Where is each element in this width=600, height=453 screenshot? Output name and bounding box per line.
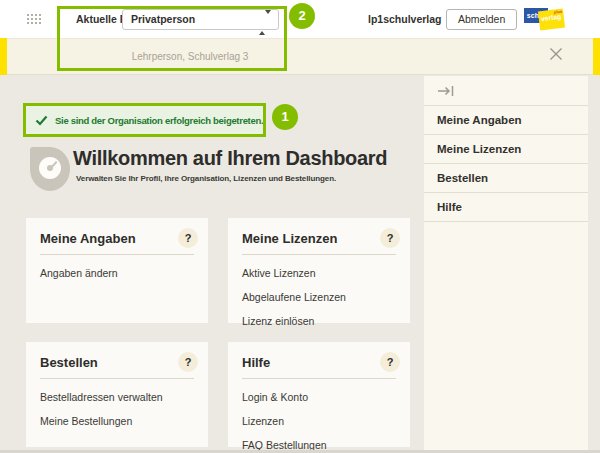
card-title: Bestellen	[40, 355, 194, 370]
close-icon[interactable]	[548, 46, 566, 64]
help-button[interactable]: ?	[380, 352, 400, 372]
link-abgelaufene-lizenzen[interactable]: Abgelaufene Lizenzen	[242, 291, 396, 303]
app-launcher-grid-icon[interactable]	[27, 14, 29, 16]
card-meine-angaben: Meine Angaben ? Angaben ändern	[26, 218, 208, 323]
card-title: Meine Angaben	[40, 231, 194, 246]
link-lizenzen[interactable]: Lizenzen	[242, 415, 396, 427]
logout-button[interactable]: Abmelden	[446, 9, 517, 30]
annotation-box-success-alert	[23, 103, 266, 137]
card-divider	[242, 254, 396, 255]
card-divider	[40, 378, 194, 379]
right-sidebar: Meine Angaben Meine Lizenzen Bestellen H…	[424, 76, 588, 453]
annotation-badge-2: 2	[289, 3, 315, 29]
sidebar-item-meine-angaben[interactable]: Meine Angaben	[424, 106, 588, 135]
card-title: Hilfe	[242, 355, 396, 370]
sidebar-menu: Meine Angaben Meine Lizenzen Bestellen H…	[424, 106, 588, 222]
sidebar-item-bestellen[interactable]: Bestellen	[424, 164, 588, 193]
link-login-konto[interactable]: Login & Konto	[242, 391, 396, 403]
sidebar-item-hilfe[interactable]: Hilfe	[424, 193, 588, 222]
card-bestellen: Bestellen ? Bestelladressen verwalten Me…	[26, 342, 208, 447]
help-button[interactable]: ?	[178, 228, 198, 248]
logo-yellow-block: verlag plus	[538, 9, 565, 31]
link-aktive-lizenzen[interactable]: Aktive Lizenzen	[242, 267, 396, 279]
link-bestelladressen-verwalten[interactable]: Bestelladressen verwalten	[40, 391, 194, 403]
logo-verlag-text: verlag	[540, 13, 561, 22]
page-subtitle: Verwalten Sie Ihr Profil, Ihre Organisat…	[76, 174, 336, 183]
card-hilfe: Hilfe ? Login & Konto Lizenzen FAQ Beste…	[228, 342, 410, 447]
page-title: Willkommen auf Ihrem Dashboard	[73, 147, 387, 170]
card-divider	[40, 254, 194, 255]
link-meine-bestellungen[interactable]: Meine Bestellungen	[40, 415, 194, 427]
dashboard-gauge-icon	[30, 147, 70, 191]
card-meine-lizenzen: Meine Lizenzen ? Aktive Lizenzen Abgelau…	[228, 218, 410, 323]
banner-accent-left	[0, 38, 7, 75]
arrow-to-bar-icon	[436, 83, 458, 99]
annotation-box-role-select	[57, 6, 287, 71]
link-lizenz-einloesen[interactable]: Lizenz einlösen	[242, 315, 396, 327]
sidebar-item-meine-lizenzen[interactable]: Meine Lizenzen	[424, 135, 588, 164]
dashboard-cards-grid: Meine Angaben ? Angaben ändern Meine Liz…	[26, 218, 410, 447]
card-divider	[242, 378, 396, 379]
logged-in-username: lp1schulverlag	[368, 0, 442, 38]
sidebar-collapse-button[interactable]	[424, 76, 588, 106]
schulverlag-logo[interactable]: schul verlag plus	[524, 5, 570, 33]
logo-plus-text: plus	[554, 9, 563, 15]
card-title: Meine Lizenzen	[242, 231, 396, 246]
link-angaben-aendern[interactable]: Angaben ändern	[40, 267, 194, 279]
help-button[interactable]: ?	[178, 352, 198, 372]
annotation-badge-1: 1	[272, 104, 298, 130]
banner-accent-right	[593, 38, 600, 75]
help-button[interactable]: ?	[380, 228, 400, 248]
dashboard-page: Aktuelle Rolle Privatperson lp1schulverl…	[0, 0, 600, 453]
